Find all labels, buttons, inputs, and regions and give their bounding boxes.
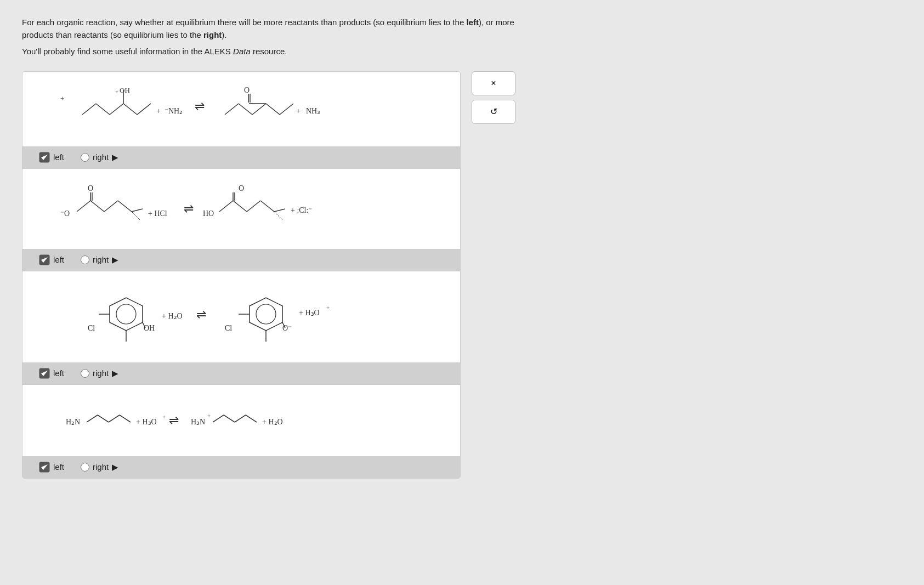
- answer-row-1: left right ▶: [22, 146, 460, 168]
- italic-data: Data: [233, 47, 251, 56]
- right-radio-4[interactable]: [81, 463, 89, 472]
- right-radio-label-3[interactable]: right ▶: [81, 368, 118, 378]
- svg-line-74: [120, 415, 131, 422]
- svg-line-7: [123, 104, 137, 115]
- svg-line-20: [280, 104, 293, 115]
- svg-line-19: [266, 104, 280, 115]
- svg-text:+ H₂O: + H₂O: [162, 312, 183, 320]
- svg-line-15: [225, 104, 239, 115]
- svg-text:⇌: ⇌: [195, 99, 205, 113]
- svg-line-1: [82, 104, 96, 115]
- right-label-2: right: [93, 255, 109, 264]
- side-buttons: × ↺: [472, 71, 515, 124]
- svg-line-43: [247, 201, 260, 212]
- left-label-4: left: [53, 462, 64, 472]
- svg-text:+ H₃O: + H₃O: [299, 309, 320, 317]
- right-arrow-1: ▶: [112, 152, 118, 162]
- right-label-3: right: [93, 368, 109, 378]
- svg-text:+ :Cl:⁻: + :Cl:⁻: [291, 206, 312, 214]
- right-radio-label-1[interactable]: right ▶: [81, 152, 118, 162]
- right-arrow-3: ▶: [112, 368, 118, 378]
- instruction-line1: For each organic reaction, say whether a…: [22, 16, 515, 41]
- bold-right: right: [203, 30, 222, 39]
- reaction-row-4: H₂N + H₃O + ⇌ H₃N +: [22, 385, 460, 478]
- reset-button[interactable]: ↺: [472, 100, 515, 124]
- right-radio-label-2[interactable]: right ▶: [81, 255, 118, 265]
- svg-line-72: [98, 415, 109, 422]
- right-radio-label-4[interactable]: right ▶: [81, 462, 118, 472]
- svg-text:+ H₂O: + H₂O: [262, 418, 283, 426]
- svg-line-46: [274, 209, 285, 212]
- svg-text:+: +: [296, 107, 301, 115]
- svg-text:+: +: [60, 94, 64, 103]
- svg-text:H₃N: H₃N: [191, 418, 205, 426]
- svg-text:+: +: [115, 88, 118, 95]
- svg-text:⇌: ⇌: [184, 202, 194, 215]
- svg-line-81: [224, 415, 235, 422]
- svg-text:+: +: [162, 413, 166, 420]
- left-checked-icon-1: [39, 152, 50, 163]
- right-radio-1[interactable]: [81, 153, 89, 162]
- svg-point-61: [256, 304, 276, 324]
- svg-line-26: [77, 201, 90, 212]
- svg-text:O: O: [88, 184, 93, 192]
- svg-line-39: [219, 201, 233, 212]
- svg-point-52: [116, 304, 136, 324]
- svg-line-17: [252, 104, 266, 115]
- svg-line-2: [96, 104, 110, 115]
- svg-line-83: [246, 415, 257, 422]
- svg-text:+: +: [326, 304, 330, 311]
- right-label-4: right: [93, 462, 109, 472]
- left-radio-label-2[interactable]: left: [39, 254, 64, 265]
- bold-left: left: [466, 18, 479, 27]
- right-arrow-4: ▶: [112, 462, 118, 472]
- svg-text:OH: OH: [120, 86, 130, 94]
- svg-text:⇌: ⇌: [196, 308, 206, 321]
- reaction-content-4: H₂N + H₃O + ⇌ H₃N +: [22, 385, 460, 456]
- svg-text:+: +: [156, 107, 161, 115]
- svg-line-42: [233, 201, 247, 212]
- svg-line-3: [110, 104, 123, 115]
- svg-marker-60: [250, 298, 282, 331]
- svg-text:Cl: Cl: [88, 324, 95, 332]
- left-checked-icon-3: [39, 368, 50, 379]
- reactions-table: + OH + + ⁻NH₂: [22, 71, 461, 479]
- instructions: For each organic reaction, say whether a…: [22, 16, 515, 58]
- main-container: + OH + + ⁻NH₂: [22, 71, 902, 479]
- svg-line-34: [132, 209, 143, 212]
- left-radio-label-1[interactable]: left: [39, 152, 64, 163]
- left-label-3: left: [53, 368, 64, 378]
- svg-text:⇌: ⇌: [169, 413, 179, 427]
- svg-line-73: [109, 415, 120, 422]
- reaction-content-2: ⁻O O + HCl ⇌: [22, 169, 460, 249]
- right-radio-2[interactable]: [81, 255, 89, 264]
- reaction-1-svg: + OH + + ⁻NH₂: [55, 82, 428, 137]
- svg-text:⁻O: ⁻O: [60, 209, 70, 218]
- svg-line-80: [213, 415, 224, 422]
- answer-row-4: left right ▶: [22, 456, 460, 478]
- instruction-line2: You'll probably find some useful informa…: [22, 46, 515, 58]
- svg-line-16: [239, 104, 252, 115]
- svg-text:O: O: [239, 184, 244, 192]
- svg-text:OH: OH: [144, 324, 155, 332]
- svg-line-30: [90, 201, 104, 212]
- svg-line-44: [260, 201, 274, 212]
- answer-row-3: left right ▶: [22, 362, 460, 384]
- svg-line-71: [87, 415, 98, 422]
- svg-marker-51: [110, 298, 143, 331]
- reaction-4-svg: H₂N + H₃O + ⇌ H₃N +: [55, 396, 428, 445]
- svg-line-31: [104, 201, 118, 212]
- answer-row-2: left right ▶: [22, 249, 460, 271]
- left-radio-label-3[interactable]: left: [39, 368, 64, 379]
- svg-line-32: [118, 201, 132, 212]
- right-radio-3[interactable]: [81, 369, 89, 378]
- svg-text:+ H₃O: + H₃O: [136, 418, 157, 426]
- svg-text:O: O: [244, 86, 250, 94]
- left-checked-icon-4: [39, 462, 50, 473]
- left-radio-label-4[interactable]: left: [39, 462, 64, 473]
- svg-text:H₂N: H₂N: [66, 418, 80, 426]
- close-button[interactable]: ×: [472, 71, 515, 95]
- reaction-2-svg: ⁻O O + HCl ⇌: [55, 179, 428, 239]
- right-arrow-2: ▶: [112, 255, 118, 265]
- reaction-content-1: + OH + + ⁻NH₂: [22, 72, 460, 146]
